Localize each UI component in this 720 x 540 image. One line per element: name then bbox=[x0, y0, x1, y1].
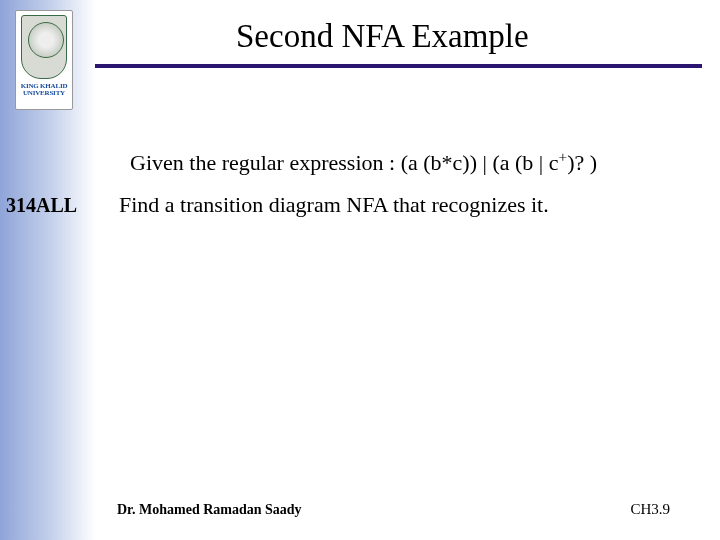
footer-page: CH3.9 bbox=[630, 501, 670, 518]
body-line-2: Find a transition diagram NFA that recog… bbox=[119, 192, 549, 218]
course-code: 314ALL bbox=[6, 194, 77, 217]
footer-author: Dr. Mohamed Ramadan Saady bbox=[117, 502, 302, 518]
university-logo: KING KHALID UNIVERSITY bbox=[15, 10, 73, 110]
slide: KING KHALID UNIVERSITY 314ALL Second NFA… bbox=[0, 0, 720, 540]
page-title: Second NFA Example bbox=[236, 18, 529, 55]
line1-prefix: Given the regular expression : (a (b*c))… bbox=[130, 150, 558, 175]
line1-superscript: + bbox=[558, 148, 567, 165]
line1-suffix: )? ) bbox=[567, 150, 597, 175]
body-line-1: Given the regular expression : (a (b*c))… bbox=[130, 148, 597, 176]
logo-caption: KING KHALID UNIVERSITY bbox=[16, 83, 72, 97]
crest-icon bbox=[21, 15, 67, 79]
title-underline bbox=[95, 64, 702, 68]
